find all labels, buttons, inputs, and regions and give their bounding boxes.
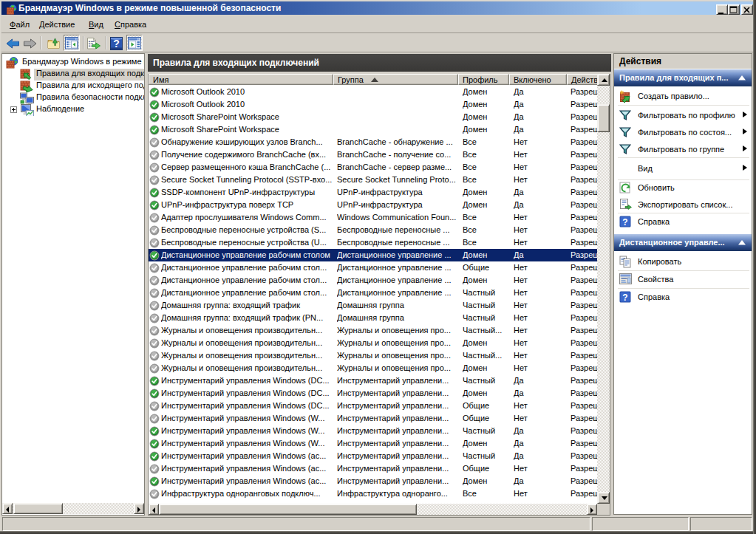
- svg-text:?: ?: [113, 38, 120, 49]
- svg-text:?: ?: [622, 292, 627, 303]
- svg-text:?: ?: [622, 217, 627, 227]
